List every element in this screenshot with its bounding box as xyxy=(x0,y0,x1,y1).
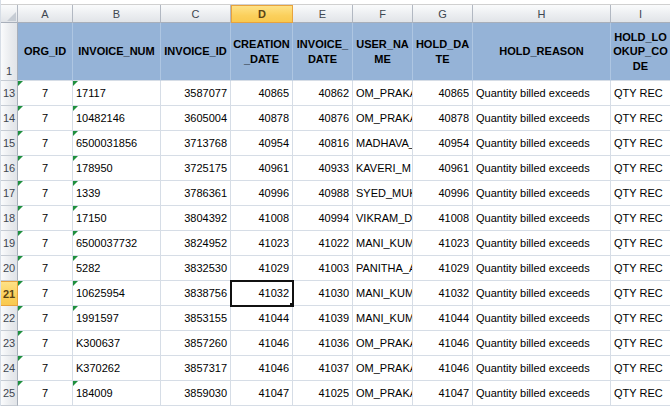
cell-G1[interactable]: HOLD_DATE xyxy=(413,23,473,81)
cell-F1[interactable]: USER_NAME xyxy=(353,23,413,81)
cell-F20[interactable]: PANITHA_A xyxy=(353,256,413,281)
cell-I25[interactable]: QTY REC xyxy=(611,381,670,406)
cell-G14[interactable]: 40878 xyxy=(413,106,473,131)
cell-C17[interactable]: 3786361 xyxy=(161,181,231,206)
cell-A15[interactable]: 7 xyxy=(18,131,73,156)
cell-A25[interactable]: 7 xyxy=(18,381,73,406)
cell-E22[interactable]: 41039 xyxy=(293,306,353,331)
cell-A21[interactable]: 7 xyxy=(18,281,73,306)
cell-F25[interactable]: OM_PRAKA xyxy=(353,381,413,406)
cell-H19[interactable]: Quantity billed exceeds xyxy=(473,231,611,256)
cell-H24[interactable]: Quantity billed exceeds xyxy=(473,356,611,381)
cell-D25[interactable]: 41047 xyxy=(231,381,293,406)
cell-H14[interactable]: Quantity billed exceeds xyxy=(473,106,611,131)
cell-H13[interactable]: Quantity billed exceeds xyxy=(473,81,611,106)
row-header-20[interactable]: 20 xyxy=(1,256,18,281)
cell-A14[interactable]: 7 xyxy=(18,106,73,131)
column-header-F[interactable]: F xyxy=(353,5,413,23)
row-header-21[interactable]: 21 xyxy=(1,281,18,306)
cell-I16[interactable]: QTY REC xyxy=(611,156,670,181)
cell-I24[interactable]: QTY REC xyxy=(611,356,670,381)
cell-E21[interactable]: 41030 xyxy=(293,281,353,306)
cell-D19[interactable]: 41023 xyxy=(231,231,293,256)
cell-H18[interactable]: Quantity billed exceeds xyxy=(473,206,611,231)
cell-A18[interactable]: 7 xyxy=(18,206,73,231)
cell-E25[interactable]: 41025 xyxy=(293,381,353,406)
cell-D18[interactable]: 41008 xyxy=(231,206,293,231)
cell-G18[interactable]: 41008 xyxy=(413,206,473,231)
cell-I18[interactable]: QTY REC xyxy=(611,206,670,231)
row-header-14[interactable]: 14 xyxy=(1,106,18,131)
row-header-25[interactable]: 25 xyxy=(1,381,18,406)
cell-B14[interactable]: 10482146 xyxy=(73,106,161,131)
cell-E1[interactable]: INVOICE_DATE xyxy=(293,23,353,81)
cell-H22[interactable]: Quantity billed exceeds xyxy=(473,306,611,331)
cell-F17[interactable]: SYED_MUKA xyxy=(353,181,413,206)
column-header-I[interactable]: I xyxy=(611,5,670,23)
cell-A23[interactable]: 7 xyxy=(18,331,73,356)
cell-G24[interactable]: 41046 xyxy=(413,356,473,381)
select-all-corner[interactable] xyxy=(1,5,18,23)
cell-B18[interactable]: 17150 xyxy=(73,206,161,231)
cell-A24[interactable]: 7 xyxy=(18,356,73,381)
cell-C1[interactable]: INVOICE_ID xyxy=(161,23,231,81)
cell-H16[interactable]: Quantity billed exceeds xyxy=(473,156,611,181)
cell-H17[interactable]: Quantity billed exceeds xyxy=(473,181,611,206)
cell-B24[interactable]: K370262 xyxy=(73,356,161,381)
column-header-E[interactable]: E xyxy=(293,5,353,23)
cell-H20[interactable]: Quantity billed exceeds xyxy=(473,256,611,281)
cell-E19[interactable]: 41022 xyxy=(293,231,353,256)
cell-G21[interactable]: 41032 xyxy=(413,281,473,306)
row-header-22[interactable]: 22 xyxy=(1,306,18,331)
column-header-A[interactable]: A xyxy=(18,5,73,23)
cell-B21[interactable]: 10625954 xyxy=(73,281,161,306)
cell-D23[interactable]: 41046 xyxy=(231,331,293,356)
cell-H21[interactable]: Quantity billed exceeds xyxy=(473,281,611,306)
cell-F23[interactable]: OM_PRAKA xyxy=(353,331,413,356)
cell-D17[interactable]: 40996 xyxy=(231,181,293,206)
cell-E24[interactable]: 41037 xyxy=(293,356,353,381)
cell-B15[interactable]: 6500031856 xyxy=(73,131,161,156)
cell-D16[interactable]: 40961 xyxy=(231,156,293,181)
cell-E20[interactable]: 41003 xyxy=(293,256,353,281)
cell-F15[interactable]: MADHAVA_ xyxy=(353,131,413,156)
cell-G16[interactable]: 40961 xyxy=(413,156,473,181)
cell-G20[interactable]: 41029 xyxy=(413,256,473,281)
cell-G17[interactable]: 40996 xyxy=(413,181,473,206)
cell-D20[interactable]: 41029 xyxy=(231,256,293,281)
cell-E15[interactable]: 40816 xyxy=(293,131,353,156)
cell-I1[interactable]: HOLD_LOOKUP_CODE xyxy=(611,23,670,81)
cell-E17[interactable]: 40988 xyxy=(293,181,353,206)
cell-C18[interactable]: 3804392 xyxy=(161,206,231,231)
cell-B23[interactable]: K300637 xyxy=(73,331,161,356)
cell-F21[interactable]: MANI_KUM xyxy=(353,281,413,306)
cell-E13[interactable]: 40862 xyxy=(293,81,353,106)
row-header-17[interactable]: 17 xyxy=(1,181,18,206)
cell-I17[interactable]: QTY REC xyxy=(611,181,670,206)
cell-B17[interactable]: 1339 xyxy=(73,181,161,206)
cell-A1[interactable]: ORG_ID xyxy=(18,23,73,81)
cell-F18[interactable]: VIKRAM_D xyxy=(353,206,413,231)
row-header-16[interactable]: 16 xyxy=(1,156,18,181)
cell-G23[interactable]: 41046 xyxy=(413,331,473,356)
cell-I23[interactable]: QTY REC xyxy=(611,331,670,356)
cell-C15[interactable]: 3713768 xyxy=(161,131,231,156)
cell-A16[interactable]: 7 xyxy=(18,156,73,181)
cell-C24[interactable]: 3857317 xyxy=(161,356,231,381)
cell-F22[interactable]: MANI_KUM xyxy=(353,306,413,331)
cell-C13[interactable]: 3587077 xyxy=(161,81,231,106)
cell-C20[interactable]: 3832530 xyxy=(161,256,231,281)
cell-A20[interactable]: 7 xyxy=(18,256,73,281)
cell-G13[interactable]: 40865 xyxy=(413,81,473,106)
cell-B1[interactable]: INVOICE_NUM xyxy=(73,23,161,81)
cell-A19[interactable]: 7 xyxy=(18,231,73,256)
cell-I22[interactable]: QTY REC xyxy=(611,306,670,331)
cell-I15[interactable]: QTY REC xyxy=(611,131,670,156)
cell-D13[interactable]: 40865 xyxy=(231,81,293,106)
cell-G22[interactable]: 41044 xyxy=(413,306,473,331)
cell-H15[interactable]: Quantity billed exceeds xyxy=(473,131,611,156)
cell-D24[interactable]: 41046 xyxy=(231,356,293,381)
cell-B16[interactable]: 178950 xyxy=(73,156,161,181)
cell-I20[interactable]: QTY REC xyxy=(611,256,670,281)
column-header-H[interactable]: H xyxy=(473,5,611,23)
